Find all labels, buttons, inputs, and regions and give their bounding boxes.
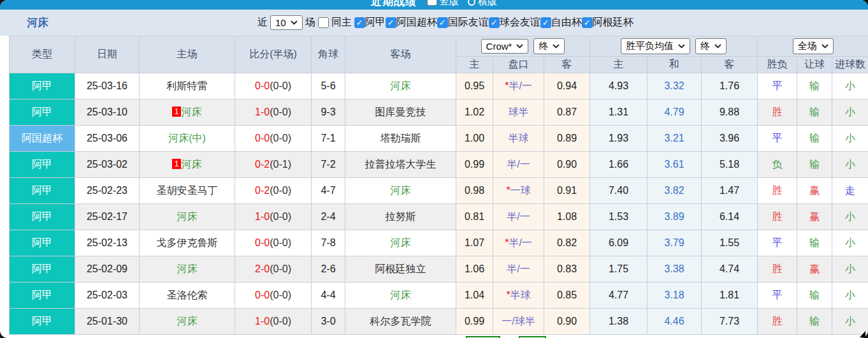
europe-draw-odds: 3.32 [647,73,702,99]
europe-win-odds: 1.75 [590,256,647,283]
asian-away-odds: 0.82 [544,230,590,256]
europe-lose-odds: 7.73 [702,309,758,335]
away-team: 图库曼竞技 [345,99,456,126]
asian-home-odds: 0.99 [456,309,493,335]
asian-handicap: *一球 [493,178,544,204]
europe-odds-state-select[interactable]: 终 [695,38,727,54]
match-score: 0-2(0-1) [235,152,312,178]
europe-win-odds: 1.38 [590,309,647,335]
period-select[interactable]: 全场 [793,38,834,54]
recent-label: 近 [257,16,268,29]
handicap-outcome: 输 [797,99,832,126]
col-home: 主场 [140,36,235,73]
match-date: 25-01-30 [75,309,140,335]
same-home-checkbox[interactable] [318,17,329,28]
col-handicap: 盘口 [493,57,544,73]
table-row: 阿甲25-03-16利斯特雷0-0(0-0)5-6河床0.95*半/一0.944… [10,73,868,99]
asian-handicap: *半/一 [493,230,544,256]
rank-badge: 1 [172,107,180,117]
asian-home-odds: 0.95 [456,73,493,99]
europe-draw-odds: 3.18 [647,283,702,309]
away-team: 塔勒瑞斯 [345,126,456,152]
asian-handicap: *半球 [493,283,544,309]
europe-win-odds: 1.66 [590,152,647,178]
asian-handicap: 一/球半 [493,309,544,335]
col-europe-win: 主 [590,57,647,73]
competition-filter-item[interactable]: ✓球会友谊 [489,16,540,29]
asian-away-odds: 0.89 [544,126,590,152]
match-type: 阿甲 [10,283,75,309]
competition-checkbox[interactable]: ✓ [489,17,500,28]
asian-home-odds: 0.81 [456,204,493,230]
home-team: 圣胡安圣马丁 [140,178,235,204]
corner-score: 4-4 [312,283,345,309]
asian-handicap: 半/一 [493,152,544,178]
competition-label: 球会友谊 [500,16,540,29]
competition-checkbox[interactable]: ✓ [540,17,551,28]
col-date: 日期 [75,36,140,73]
europe-win-odds: 1.53 [590,204,647,230]
odds-type-value: 胜平负均值 [626,40,674,52]
chevron-down-icon [516,44,523,48]
col-goals-result: 进球数 [832,57,868,73]
radio-icon [427,0,437,6]
chevron-down-icon [678,44,685,48]
match-type: 阿甲 [10,73,75,99]
asian-handicap: 球半 [493,99,544,126]
bookmaker-select[interactable]: Crow* [481,39,529,54]
col-asian-home: 主 [456,57,493,73]
match-date: 25-03-16 [75,73,140,99]
top-bar: 近期战绩 竖版 横版 [0,0,868,10]
europe-draw-odds: 3.61 [647,152,702,178]
europe-lose-odds: 5.18 [702,152,758,178]
home-team: 1河床 [140,99,235,126]
competition-checkbox[interactable]: ✓ [354,17,365,28]
goals-outcome: 小 [832,73,868,99]
away-team: 河床 [345,230,456,256]
goals-outcome: 小 [832,99,868,126]
result-outcome: 胜 [758,99,797,126]
corner-score: 2-6 [312,256,345,283]
europe-draw-odds: 3.21 [647,126,702,152]
handicap-outcome: 输 [797,152,832,178]
chevron-down-icon [553,44,560,48]
filter-controls: 近 10 场 同主 ✓阿甲✓阿国超杯✓国际友谊✓球会友谊✓自由杯✓阿根廷杯 [255,10,633,36]
radio-horizontal-layout[interactable]: 横版 [468,0,497,8]
competition-filter-item[interactable]: ✓自由杯 [540,16,582,29]
radio-vertical-layout[interactable]: 竖版 [427,0,459,8]
competition-checkbox[interactable]: ✓ [582,17,593,28]
match-score: 0-0(0-0) [235,73,312,99]
match-score: 0-0(0-0) [235,283,312,309]
match-type: 阿甲 [10,230,75,256]
competition-checkbox[interactable]: ✓ [386,17,396,28]
away-team: 阿根廷独立 [345,256,456,283]
competition-filter-item[interactable]: ✓阿甲 [354,16,386,29]
match-type: 阿国超杯 [10,126,75,152]
handicap-outcome: 赢 [797,178,832,204]
home-team: 1河床 [140,152,235,178]
corner-score: 7-1 [312,126,345,152]
match-type: 阿甲 [10,204,75,230]
europe-lose-odds: 1.55 [702,230,758,256]
competition-filter-item[interactable]: ✓阿根廷杯 [582,16,633,29]
competition-label: 阿甲 [365,16,386,29]
asian-odds-state-select[interactable]: 终 [533,38,565,54]
table-row: 阿甲25-02-23圣胡安圣马丁0-2(0-0)4-7河床0.98*一球0.91… [10,178,868,204]
europe-draw-odds: 4.46 [647,309,702,335]
asian-away-odds: 0.94 [544,73,590,99]
competition-checkbox[interactable]: ✓ [437,17,448,28]
corner-score: 7-2 [312,152,345,178]
result-outcome: 胜 [758,309,797,335]
recent-count-select[interactable]: 10 [270,15,303,30]
asian-away-odds: 0.90 [544,309,590,335]
asian-away-odds: 0.85 [544,283,590,309]
corner-score: 9-3 [312,99,345,126]
europe-lose-odds: 1.47 [702,178,758,204]
goals-outcome: 小 [832,256,868,283]
odds-type-select[interactable]: 胜平负均值 [621,38,690,54]
competition-filter-item[interactable]: ✓国际友谊 [437,16,489,29]
result-outcome: 平 [758,283,797,309]
home-team: 河床(中) [140,126,235,152]
asian-home-odds: 0.99 [456,152,493,178]
competition-filter-item[interactable]: ✓阿国超杯 [386,16,437,29]
